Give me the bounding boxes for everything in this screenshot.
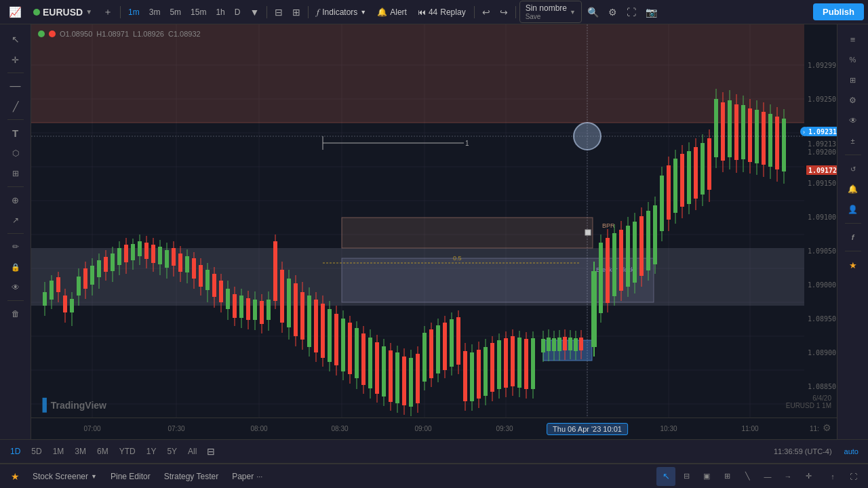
templates-button[interactable]: ⊞ [288,4,304,20]
gear-button[interactable]: ⚙ [604,4,621,20]
settings-right-btn[interactable]: ⚙ [842,91,864,110]
indicator-right-btn[interactable]: f [842,228,864,247]
cross-draw-btn[interactable]: ✛ [799,467,818,486]
tf-5y-btn[interactable]: 5Y [162,445,182,458]
publish-button[interactable]: Publish [813,3,864,20]
crosshair-tool[interactable]: ✛ [5,50,26,69]
tf-5d-btn[interactable]: 5D [26,445,46,458]
collapse-btn[interactable]: ↑ [823,467,842,486]
trade-right-btn[interactable]: ↺ [842,159,864,178]
tf-5m[interactable]: 5m [165,5,185,19]
svg-text:1: 1 [465,140,469,147]
zoom-tool[interactable]: ⊕ [5,190,26,209]
trash-tool[interactable]: 🗑 [5,304,26,323]
logo-area: 📈 [4,3,26,21]
time-settings-btn[interactable]: ⚙ [823,422,831,433]
chart-save-label: Save [526,13,567,20]
hline-draw-btn[interactable]: — [758,467,777,486]
measure-draw-btn[interactable]: ⊞ [717,467,736,486]
trend-line-tool[interactable]: ╱ [5,97,26,116]
symbol-label: EURUSD [43,7,83,18]
cursor-draw-btn[interactable]: ↖ [656,467,675,486]
auto-btn[interactable]: auto [840,446,863,457]
svg-rect-158 [463,351,467,401]
alert-button[interactable]: 🔔 Alert [372,5,412,20]
redo-button[interactable]: ↪ [496,4,512,20]
measure-tool[interactable]: ⊞ [5,164,26,183]
box-draw-btn[interactable]: ▣ [697,467,716,486]
time-0900: 09:00 [414,425,431,432]
compare-right-btn[interactable]: ± [842,131,864,150]
tf-6m-btn[interactable]: 6M [92,445,113,458]
bars-right-btn[interactable]: ≡ [842,30,864,49]
tf-3m-btn[interactable]: 3M [70,445,91,458]
fullscreen-button[interactable]: ⛶ [623,4,640,20]
tf-D[interactable]: D [231,5,245,19]
svg-rect-24 [342,218,593,248]
magnet-tool[interactable]: ↗ [5,211,26,230]
person-right-btn[interactable]: 👤 [842,200,864,219]
svg-rect-98 [233,294,237,318]
lock-tool[interactable]: 🔒 [5,258,26,277]
svg-text:1.08950: 1.08950 [808,315,836,323]
svg-rect-198 [591,271,597,347]
tf-ytd-btn[interactable]: YTD [115,445,140,458]
chart-name-dropdown: ▼ [570,9,576,16]
svg-rect-252 [775,117,779,169]
shape-tool[interactable]: ⬡ [5,144,26,163]
undo-button[interactable]: ↩ [478,4,494,20]
paper-btn[interactable]: Paper ··· [226,469,268,484]
svg-rect-56 [117,248,121,265]
tf-1m[interactable]: 1m [124,5,144,19]
svg-rect-50 [97,260,101,277]
line-draw-btn[interactable]: ╲ [738,467,757,486]
indicators-button[interactable]: 𝑓 Indicators ▼ [312,4,371,20]
pine-editor-btn[interactable]: Pine Editor [105,469,156,484]
bar-type-button[interactable]: ⊟ [271,4,287,20]
bar-pattern-btn[interactable]: ⊟ [677,467,696,486]
time-1100: 11:00 [741,425,758,432]
watch-right-btn[interactable]: 👁 [842,111,864,130]
tf-more-button[interactable]: ▼ [245,4,263,20]
compare-btn[interactable]: ⊟ [203,444,219,459]
eye-tool[interactable]: 👁 [5,278,26,297]
replay-button[interactable]: ⏮ 44 Replay [413,5,471,20]
favorite-btn[interactable]: ★ [5,467,24,486]
grid-right-btn[interactable]: ⊞ [842,70,864,89]
svg-rect-224 [680,154,684,207]
tf-1y-btn[interactable]: 1Y [142,445,161,458]
fullscreen-chart-btn[interactable]: ⛶ [844,467,863,486]
star-right-btn[interactable]: ★ [842,256,864,274]
svg-rect-60 [131,244,135,260]
time-1030: 10:30 [660,425,677,432]
add-symbol-button[interactable]: ＋ [99,3,117,21]
tf-1h[interactable]: 1h [212,5,229,19]
h-line-tool[interactable]: — [5,77,26,96]
stock-screener-btn[interactable]: Stock Screener ▼ [27,469,102,484]
cursor-tool[interactable]: ↖ [5,30,26,49]
svg-rect-76 [185,256,189,272]
svg-rect-62 [138,241,142,256]
tf-15m[interactable]: 15m [186,5,210,19]
strategy-tester-btn[interactable]: Strategy Tester [159,469,224,484]
tf-1m-btn[interactable]: 1M [48,445,69,458]
svg-rect-70 [165,250,169,268]
svg-text:1.09200: 1.09200 [808,148,836,156]
tf-all-btn[interactable]: All [183,445,201,458]
svg-rect-156 [456,317,460,365]
replay-icon: ⏮ [418,7,426,17]
search-button[interactable]: 🔍 [583,4,603,20]
ray-draw-btn[interactable]: → [778,467,797,486]
alert-right-btn[interactable]: 🔔 [842,180,864,199]
percent-right-btn[interactable]: % [842,50,864,69]
tf-1d-btn[interactable]: 1D [5,445,25,458]
chart-name-selector[interactable]: Sin nombre Save ▼ [519,1,582,23]
svg-rect-140 [402,357,406,405]
svg-rect-116 [321,304,325,358]
brush-tool[interactable]: ✏ [5,237,26,256]
time-0730: 07:30 [167,425,184,432]
symbol-selector[interactable]: EURUSD ▼ [28,4,98,20]
camera-button[interactable]: 📷 [642,4,661,20]
text-tool[interactable]: T [5,123,26,142]
tf-3m[interactable]: 3m [145,5,165,19]
